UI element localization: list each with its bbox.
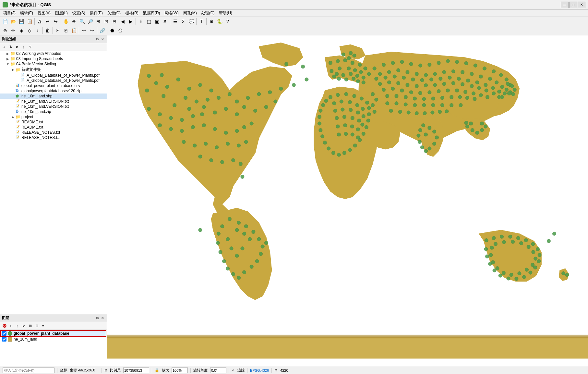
- layer-visibility-power[interactable]: [2, 331, 6, 336]
- layer-item-land[interactable]: ne_10m_land: [1, 336, 106, 342]
- minimize-button[interactable]: ─: [561, 2, 569, 8]
- edit-btn[interactable]: ✏: [9, 27, 17, 34]
- magnify-input[interactable]: [172, 368, 188, 373]
- layers-remove-btn[interactable]: ⊗: [1, 323, 7, 329]
- layers-filter-btn[interactable]: ⊳: [21, 323, 27, 329]
- zoom-layer-btn[interactable]: ⊡: [102, 18, 110, 25]
- layers-float-btn[interactable]: ⧉: [95, 316, 100, 320]
- browser-refresh-btn[interactable]: ↻: [8, 44, 14, 50]
- undo2-btn[interactable]: ↩: [80, 27, 88, 34]
- menu-layer[interactable]: 图层(L): [53, 10, 70, 17]
- zoom-next-btn[interactable]: ▶: [127, 18, 135, 25]
- browser-filter-btn[interactable]: ⊳: [14, 44, 20, 50]
- undo-btn[interactable]: ↩: [44, 18, 52, 25]
- print-btn[interactable]: 🖨: [36, 18, 43, 25]
- move-btn[interactable]: ↕: [34, 27, 42, 34]
- snap-btn[interactable]: 🔗: [98, 27, 106, 34]
- zoom-in-btn[interactable]: 🔍: [78, 18, 86, 25]
- zoom-full-btn[interactable]: ⊞: [94, 18, 102, 25]
- menu-processing[interactable]: 处理(C): [199, 10, 217, 17]
- msg-btn[interactable]: 💬: [187, 18, 195, 25]
- layer-visibility-land[interactable]: [2, 337, 6, 342]
- tree-item-03[interactable]: ▶ 📁 03 Importing Spreadsheets: [0, 56, 107, 61]
- redo-btn[interactable]: ↪: [52, 18, 60, 25]
- tree-item-release1[interactable]: 📝 RELEASE_NOTES.txt: [0, 130, 107, 135]
- menu-project[interactable]: 项目(J): [1, 10, 18, 17]
- scale-input[interactable]: [123, 368, 149, 373]
- close-button[interactable]: ✕: [578, 2, 585, 8]
- layer-item-power[interactable]: global_power_plant_database: [1, 330, 106, 336]
- new-project-btn[interactable]: 📄: [1, 18, 9, 25]
- tree-item-04[interactable]: ▼ 📁 04 Basic Vector Styling: [0, 61, 107, 67]
- menu-settings[interactable]: 设置(S): [70, 10, 87, 17]
- maximize-button[interactable]: □: [569, 2, 577, 8]
- menu-web[interactable]: 网络(W): [162, 10, 180, 17]
- delete-btn[interactable]: 🗑: [44, 27, 52, 34]
- redo2-btn[interactable]: ↪: [88, 27, 96, 34]
- tree-item-csv[interactable]: 📊 global_power_plant_database.csv: [0, 83, 107, 88]
- select-btn[interactable]: ⬚: [145, 18, 153, 25]
- zoom-out-btn[interactable]: 🔎: [86, 18, 94, 25]
- map-area[interactable]: [107, 35, 588, 366]
- browser-new-btn[interactable]: +: [1, 44, 7, 50]
- pan-btn[interactable]: ✋: [62, 18, 70, 25]
- menu-mesh[interactable]: 网孔(M): [181, 10, 199, 17]
- browser-help-btn[interactable]: ?: [27, 44, 33, 50]
- menu-view[interactable]: 视图(V): [36, 10, 53, 17]
- menu-edit[interactable]: 编辑(E): [18, 10, 35, 17]
- identify-btn[interactable]: ℹ: [137, 18, 145, 25]
- tree-item-02[interactable]: ▶ 📁 02 Working with Attributes: [0, 51, 107, 56]
- tree-item-ver2[interactable]: 📝 ne_10m_land.VERSION.txt: [0, 104, 107, 109]
- adv1-btn[interactable]: ⬟: [108, 27, 116, 34]
- tree-item-ver1[interactable]: 📝 ne_10m_land.VERSION.txt: [0, 99, 107, 104]
- deselect-btn[interactable]: ✗: [161, 18, 169, 25]
- tree-item-zip2[interactable]: 🗜 ne_10m_land.zip: [0, 109, 107, 114]
- rotation-input[interactable]: [210, 368, 226, 373]
- menu-plugins[interactable]: 插件(P): [88, 10, 105, 17]
- layers-close-btn[interactable]: ✕: [100, 316, 105, 320]
- help-btn[interactable]: ?: [224, 18, 232, 25]
- copy-btn[interactable]: ⎘: [62, 27, 70, 34]
- digitize-btn[interactable]: ⊛: [1, 27, 9, 34]
- tree-item-project[interactable]: ▶ 📁 project: [0, 114, 107, 119]
- label-btn[interactable]: T: [198, 18, 205, 25]
- paste-btn[interactable]: 📋: [70, 27, 78, 34]
- tree-item-pdf1[interactable]: 📄 A_Global_Database_of_Power_Plants.pdf: [0, 73, 107, 78]
- stat-summ-btn[interactable]: Σ: [179, 18, 187, 25]
- menu-help[interactable]: 帮助(H): [217, 10, 234, 17]
- zoom-selection-btn[interactable]: ⊟: [111, 18, 118, 25]
- pan-map-btn[interactable]: ⊕: [70, 18, 78, 25]
- location-search-input[interactable]: [3, 368, 54, 373]
- tree-item-shp[interactable]: ⬟ ne_10m_land.shp: [0, 94, 107, 99]
- layers-add-btn[interactable]: +: [8, 323, 14, 329]
- browser-close-btn[interactable]: ✕: [100, 37, 105, 42]
- menu-raster[interactable]: 栅格(R): [123, 10, 140, 17]
- layers-move-up-btn[interactable]: ↑: [14, 323, 20, 329]
- menu-database[interactable]: 数据库(D): [141, 10, 162, 17]
- save-as-btn[interactable]: 📋: [26, 18, 33, 25]
- tree-item-pdf2[interactable]: 📄 A_Global_Database_of_Power_Plants.pdf: [0, 78, 107, 83]
- node-btn[interactable]: ◈: [18, 27, 25, 34]
- zoom-prev-btn[interactable]: ◀: [119, 18, 126, 25]
- layers-collapse-btn[interactable]: ≡: [40, 323, 46, 329]
- select-rect-btn[interactable]: ▣: [153, 18, 161, 25]
- vertex-btn[interactable]: ◇: [26, 27, 33, 34]
- tree-item-readme1[interactable]: 📝 README.txt: [0, 119, 107, 125]
- crs-badge[interactable]: EPSG:4326: [250, 368, 269, 372]
- cut-btn[interactable]: ✂: [54, 27, 62, 34]
- tree-item-release2[interactable]: 📝 RELEASE_NOTES.t...: [0, 135, 107, 140]
- open-project-btn[interactable]: 📂: [9, 18, 17, 25]
- layers-expand-btn[interactable]: ⊟: [34, 323, 40, 329]
- menu-vector[interactable]: 矢量(O): [105, 10, 123, 17]
- settings-gear-btn[interactable]: ⚙: [208, 18, 215, 25]
- open-attr-table-btn[interactable]: ☰: [171, 18, 179, 25]
- layers-group-btn[interactable]: ⊞: [27, 323, 33, 329]
- save-project-btn[interactable]: 💾: [18, 18, 25, 25]
- browser-float-btn[interactable]: ⧉: [95, 37, 100, 42]
- tree-item-subfolder[interactable]: ▶ 📁 新建文件夹: [0, 67, 107, 73]
- tree-item-readme2[interactable]: 📝 README.txt: [0, 125, 107, 130]
- browser-collapse-btn[interactable]: ↑: [21, 44, 27, 50]
- adv2-btn[interactable]: ⬠: [116, 27, 124, 34]
- tree-item-zip1[interactable]: 🗜 globalpowerplantdatabasev120.zip: [0, 88, 107, 94]
- python-btn[interactable]: 🐍: [216, 18, 223, 25]
